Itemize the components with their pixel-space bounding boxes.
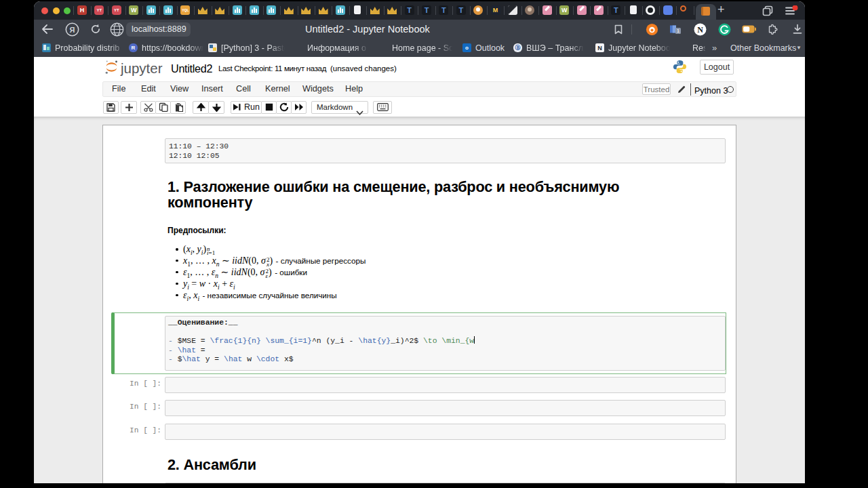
svg-text:N: N [697,24,703,34]
svg-text:Я: Я [70,25,75,33]
svg-text:1: 1 [677,28,680,34]
